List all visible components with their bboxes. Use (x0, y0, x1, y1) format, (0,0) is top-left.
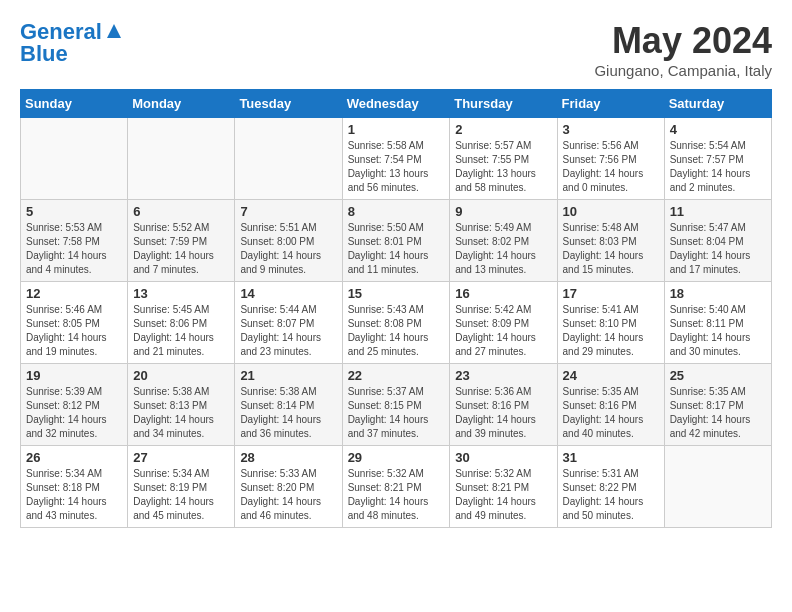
day-of-week-header: Friday (557, 90, 664, 118)
day-info: Sunrise: 5:54 AMSunset: 7:57 PMDaylight:… (670, 139, 766, 195)
day-of-week-header: Saturday (664, 90, 771, 118)
day-number: 6 (133, 204, 229, 219)
day-info: Sunrise: 5:58 AMSunset: 7:54 PMDaylight:… (348, 139, 445, 195)
day-info: Sunrise: 5:32 AMSunset: 8:21 PMDaylight:… (348, 467, 445, 523)
calendar-day-cell (128, 118, 235, 200)
day-info: Sunrise: 5:33 AMSunset: 8:20 PMDaylight:… (240, 467, 336, 523)
day-info: Sunrise: 5:56 AMSunset: 7:56 PMDaylight:… (563, 139, 659, 195)
day-number: 10 (563, 204, 659, 219)
day-info: Sunrise: 5:49 AMSunset: 8:02 PMDaylight:… (455, 221, 551, 277)
day-info: Sunrise: 5:44 AMSunset: 8:07 PMDaylight:… (240, 303, 336, 359)
day-number: 14 (240, 286, 336, 301)
day-number: 31 (563, 450, 659, 465)
day-number: 12 (26, 286, 122, 301)
day-info: Sunrise: 5:50 AMSunset: 8:01 PMDaylight:… (348, 221, 445, 277)
calendar-day-cell (664, 446, 771, 528)
day-number: 29 (348, 450, 445, 465)
day-info: Sunrise: 5:39 AMSunset: 8:12 PMDaylight:… (26, 385, 122, 441)
logo-icon (105, 22, 123, 40)
calendar-week-row: 19Sunrise: 5:39 AMSunset: 8:12 PMDayligh… (21, 364, 772, 446)
calendar-day-cell: 28Sunrise: 5:33 AMSunset: 8:20 PMDayligh… (235, 446, 342, 528)
day-number: 22 (348, 368, 445, 383)
day-number: 28 (240, 450, 336, 465)
calendar-day-cell: 23Sunrise: 5:36 AMSunset: 8:16 PMDayligh… (450, 364, 557, 446)
day-number: 8 (348, 204, 445, 219)
calendar-day-cell: 16Sunrise: 5:42 AMSunset: 8:09 PMDayligh… (450, 282, 557, 364)
calendar-day-cell: 4Sunrise: 5:54 AMSunset: 7:57 PMDaylight… (664, 118, 771, 200)
day-info: Sunrise: 5:52 AMSunset: 7:59 PMDaylight:… (133, 221, 229, 277)
calendar-day-cell: 10Sunrise: 5:48 AMSunset: 8:03 PMDayligh… (557, 200, 664, 282)
calendar-day-cell: 2Sunrise: 5:57 AMSunset: 7:55 PMDaylight… (450, 118, 557, 200)
day-number: 19 (26, 368, 122, 383)
svg-marker-0 (107, 24, 121, 38)
day-info: Sunrise: 5:41 AMSunset: 8:10 PMDaylight:… (563, 303, 659, 359)
calendar-day-cell: 9Sunrise: 5:49 AMSunset: 8:02 PMDaylight… (450, 200, 557, 282)
calendar-week-row: 1Sunrise: 5:58 AMSunset: 7:54 PMDaylight… (21, 118, 772, 200)
calendar-day-cell: 30Sunrise: 5:32 AMSunset: 8:21 PMDayligh… (450, 446, 557, 528)
day-number: 13 (133, 286, 229, 301)
day-info: Sunrise: 5:34 AMSunset: 8:18 PMDaylight:… (26, 467, 122, 523)
day-info: Sunrise: 5:35 AMSunset: 8:17 PMDaylight:… (670, 385, 766, 441)
calendar-day-cell: 18Sunrise: 5:40 AMSunset: 8:11 PMDayligh… (664, 282, 771, 364)
day-number: 3 (563, 122, 659, 137)
calendar-day-cell: 21Sunrise: 5:38 AMSunset: 8:14 PMDayligh… (235, 364, 342, 446)
day-number: 27 (133, 450, 229, 465)
day-number: 7 (240, 204, 336, 219)
day-info: Sunrise: 5:40 AMSunset: 8:11 PMDaylight:… (670, 303, 766, 359)
day-number: 4 (670, 122, 766, 137)
calendar-day-cell: 17Sunrise: 5:41 AMSunset: 8:10 PMDayligh… (557, 282, 664, 364)
day-number: 25 (670, 368, 766, 383)
calendar-day-cell: 13Sunrise: 5:45 AMSunset: 8:06 PMDayligh… (128, 282, 235, 364)
day-number: 11 (670, 204, 766, 219)
day-info: Sunrise: 5:35 AMSunset: 8:16 PMDaylight:… (563, 385, 659, 441)
calendar-week-row: 12Sunrise: 5:46 AMSunset: 8:05 PMDayligh… (21, 282, 772, 364)
day-of-week-header: Wednesday (342, 90, 450, 118)
day-info: Sunrise: 5:34 AMSunset: 8:19 PMDaylight:… (133, 467, 229, 523)
calendar-table: SundayMondayTuesdayWednesdayThursdayFrid… (20, 89, 772, 528)
calendar-day-cell: 7Sunrise: 5:51 AMSunset: 8:00 PMDaylight… (235, 200, 342, 282)
day-info: Sunrise: 5:46 AMSunset: 8:05 PMDaylight:… (26, 303, 122, 359)
day-info: Sunrise: 5:42 AMSunset: 8:09 PMDaylight:… (455, 303, 551, 359)
calendar-day-cell: 5Sunrise: 5:53 AMSunset: 7:58 PMDaylight… (21, 200, 128, 282)
calendar-header-row: SundayMondayTuesdayWednesdayThursdayFrid… (21, 90, 772, 118)
day-info: Sunrise: 5:48 AMSunset: 8:03 PMDaylight:… (563, 221, 659, 277)
day-number: 9 (455, 204, 551, 219)
day-info: Sunrise: 5:38 AMSunset: 8:13 PMDaylight:… (133, 385, 229, 441)
day-info: Sunrise: 5:31 AMSunset: 8:22 PMDaylight:… (563, 467, 659, 523)
day-info: Sunrise: 5:47 AMSunset: 8:04 PMDaylight:… (670, 221, 766, 277)
day-number: 15 (348, 286, 445, 301)
calendar-day-cell (235, 118, 342, 200)
day-info: Sunrise: 5:43 AMSunset: 8:08 PMDaylight:… (348, 303, 445, 359)
calendar-day-cell: 11Sunrise: 5:47 AMSunset: 8:04 PMDayligh… (664, 200, 771, 282)
day-number: 20 (133, 368, 229, 383)
calendar-day-cell: 29Sunrise: 5:32 AMSunset: 8:21 PMDayligh… (342, 446, 450, 528)
day-number: 16 (455, 286, 551, 301)
calendar-week-row: 26Sunrise: 5:34 AMSunset: 8:18 PMDayligh… (21, 446, 772, 528)
day-info: Sunrise: 5:51 AMSunset: 8:00 PMDaylight:… (240, 221, 336, 277)
day-number: 2 (455, 122, 551, 137)
day-info: Sunrise: 5:53 AMSunset: 7:58 PMDaylight:… (26, 221, 122, 277)
title-section: May 2024 Giungano, Campania, Italy (594, 20, 772, 79)
page-header: General Blue May 2024 Giungano, Campania… (20, 20, 772, 79)
day-number: 18 (670, 286, 766, 301)
calendar-day-cell: 20Sunrise: 5:38 AMSunset: 8:13 PMDayligh… (128, 364, 235, 446)
day-of-week-header: Thursday (450, 90, 557, 118)
day-info: Sunrise: 5:57 AMSunset: 7:55 PMDaylight:… (455, 139, 551, 195)
day-number: 26 (26, 450, 122, 465)
day-of-week-header: Sunday (21, 90, 128, 118)
day-of-week-header: Monday (128, 90, 235, 118)
day-number: 17 (563, 286, 659, 301)
calendar-day-cell: 24Sunrise: 5:35 AMSunset: 8:16 PMDayligh… (557, 364, 664, 446)
calendar-week-row: 5Sunrise: 5:53 AMSunset: 7:58 PMDaylight… (21, 200, 772, 282)
calendar-day-cell: 6Sunrise: 5:52 AMSunset: 7:59 PMDaylight… (128, 200, 235, 282)
calendar-day-cell (21, 118, 128, 200)
month-title: May 2024 (594, 20, 772, 62)
calendar-day-cell: 15Sunrise: 5:43 AMSunset: 8:08 PMDayligh… (342, 282, 450, 364)
day-number: 5 (26, 204, 122, 219)
day-info: Sunrise: 5:32 AMSunset: 8:21 PMDaylight:… (455, 467, 551, 523)
calendar-day-cell: 25Sunrise: 5:35 AMSunset: 8:17 PMDayligh… (664, 364, 771, 446)
day-of-week-header: Tuesday (235, 90, 342, 118)
calendar-day-cell: 27Sunrise: 5:34 AMSunset: 8:19 PMDayligh… (128, 446, 235, 528)
calendar-day-cell: 31Sunrise: 5:31 AMSunset: 8:22 PMDayligh… (557, 446, 664, 528)
calendar-day-cell: 26Sunrise: 5:34 AMSunset: 8:18 PMDayligh… (21, 446, 128, 528)
